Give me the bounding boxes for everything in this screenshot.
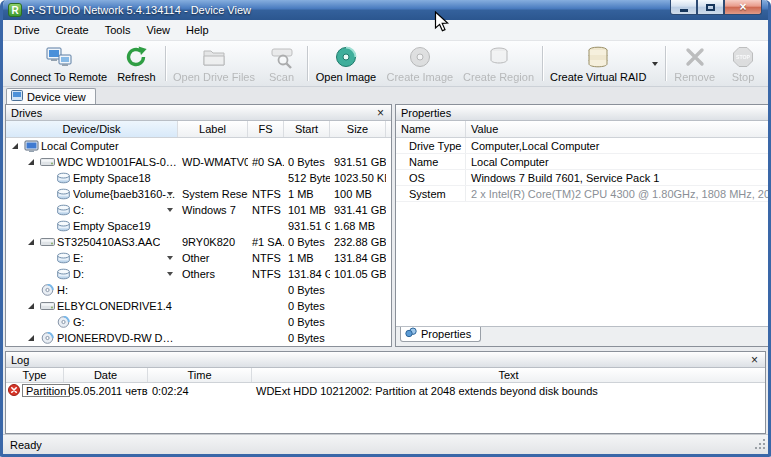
drive-row[interactable]: ELBYCLONEDRIVE1.40 Bytes <box>6 298 391 314</box>
drive-row[interactable]: G:0 Bytes <box>6 314 391 330</box>
drives-column-header-start[interactable]: Start <box>284 121 330 137</box>
property-row[interactable]: Drive TypeComputer,Local Computer <box>396 138 771 154</box>
tab-properties[interactable]: Properties <box>400 327 481 342</box>
property-row[interactable]: System2 x Intel(R) Core(TM)2 CPU 4300 @ … <box>396 186 771 202</box>
tab-device-view[interactable]: Device view <box>6 88 96 104</box>
toolbar-button-label: Remove <box>674 71 715 83</box>
drive-row[interactable]: WDC WD1001FALS-00J...WD-WMATV0...#0 SA..… <box>6 154 391 170</box>
menu-help[interactable]: Help <box>178 21 217 39</box>
device-cell: Local Computer <box>6 138 178 154</box>
drive-row[interactable]: PIONEERDVD-RW DVR-...0 Bytes <box>6 330 391 346</box>
properties-column-header-name[interactable]: Name <box>396 121 466 137</box>
fs-cell: NTFS <box>248 202 284 218</box>
property-name: Drive Type <box>396 138 466 153</box>
drive-row[interactable]: ST3250410AS3.AAC9RY0K820#1 SA...0 Bytes2… <box>6 234 391 250</box>
drive-row[interactable]: Empty Space18512 Bytes1023.50 KB <box>6 170 391 186</box>
log-column-header-time[interactable]: Time <box>148 368 252 382</box>
toolbar-create-virtual-raid-button[interactable]: Create Virtual RAID <box>546 42 651 85</box>
cd-icon <box>56 316 73 328</box>
device-name: D: <box>73 268 84 280</box>
drive-row[interactable]: Empty Space19931.51 GB1.68 MB <box>6 218 391 234</box>
label-cell <box>178 170 248 186</box>
menu-view[interactable]: View <box>138 21 178 39</box>
property-row[interactable]: OSWindows 7 Build 7601, Service Pack 1 <box>396 170 771 186</box>
titlebar[interactable]: R R-STUDIO Network 5.4.134114 - Device V… <box>3 0 768 20</box>
start-cell: 0 Bytes <box>284 234 330 250</box>
drive-row[interactable]: H:0 Bytes <box>6 282 391 298</box>
mount-dropdown-icon[interactable] <box>167 272 173 276</box>
expand-arrow-icon[interactable] <box>28 239 40 245</box>
tabstrip: Device view <box>3 87 768 104</box>
start-cell: 0 Bytes <box>284 298 330 314</box>
mount-dropdown-icon[interactable] <box>167 256 173 260</box>
open-image-icon <box>334 45 358 69</box>
property-row[interactable]: NameLocal Computer <box>396 154 771 170</box>
expand-arrow-icon[interactable] <box>12 143 24 149</box>
device-name: Local Computer <box>41 140 119 152</box>
create-region-icon <box>487 45 511 69</box>
minimize-button[interactable] <box>670 0 697 15</box>
menubar: DriveCreateToolsViewHelp <box>3 20 768 41</box>
log-panel: Log × TypeDateTimeText Partition05.05.20… <box>5 351 766 434</box>
device-name: PIONEERDVD-RW DVR-... <box>57 332 178 344</box>
log-column-header-date[interactable]: Date <box>64 368 148 382</box>
device-name: ST3250410AS3.AAC <box>57 236 160 248</box>
properties-column-header-value[interactable]: Value <box>466 121 771 137</box>
device-name: Volume{baeb3160-... <box>73 188 175 200</box>
drives-column-header-fs[interactable]: FS <box>248 121 284 137</box>
toolbar-button-label: Create Region <box>463 71 534 83</box>
properties-tabbar: Properties <box>396 326 771 346</box>
toolbar-open-drive-files-button: Open Drive Files <box>168 42 259 85</box>
toolbar-refresh-button[interactable]: Refresh <box>111 42 161 85</box>
device-name: Empty Space18 <box>73 172 151 184</box>
drive-row[interactable]: Local Computer <box>6 138 391 154</box>
mount-dropdown-icon[interactable] <box>167 208 173 212</box>
properties-panel-header: Properties × <box>396 105 771 121</box>
menu-create[interactable]: Create <box>48 21 97 39</box>
menu-drive[interactable]: Drive <box>6 21 48 39</box>
size-cell <box>330 138 386 154</box>
drives-column-header-size[interactable]: Size <box>330 121 386 137</box>
refresh-icon <box>124 45 148 69</box>
fs-cell <box>248 298 284 314</box>
log-row[interactable]: Partition05.05.2011 четв...0:02:24WDExt … <box>6 383 765 398</box>
maximize-button[interactable] <box>697 0 724 15</box>
drive-row[interactable]: E:OtherNTFS1 MB131.84 GB <box>6 250 391 266</box>
size-cell: 131.84 GB <box>330 250 386 266</box>
close-button[interactable]: × <box>724 0 762 15</box>
partition-icon <box>56 268 73 280</box>
expand-arrow-icon[interactable] <box>28 335 40 341</box>
toolbar-connect-to-remote-button[interactable]: Connect To Remote <box>6 42 111 85</box>
partition-icon <box>56 220 73 232</box>
drives-close-icon[interactable]: × <box>375 107 386 119</box>
drives-column-header-label[interactable]: Label <box>178 121 248 137</box>
toolbar-open-image-button[interactable]: Open Image <box>310 42 381 85</box>
mount-dropdown-icon[interactable] <box>167 192 173 196</box>
drives-column-header-device-disk[interactable]: Device/Disk <box>6 121 178 137</box>
hdd-icon <box>40 236 57 248</box>
size-cell <box>330 282 386 298</box>
fs-cell: NTFS <box>248 250 284 266</box>
device-name: H: <box>57 284 68 296</box>
label-cell: Windows 7 <box>178 202 248 218</box>
log-column-header-type[interactable]: Type <box>6 368 64 382</box>
toolbar-button-label: Open Image <box>316 71 377 83</box>
menu-tools[interactable]: Tools <box>97 21 139 39</box>
resize-grip[interactable] <box>754 438 767 453</box>
device-cell: Empty Space18 <box>6 170 178 186</box>
expand-arrow-icon[interactable] <box>28 303 40 309</box>
drive-row[interactable]: C:Windows 7NTFS101 MB931.41 GB <box>6 202 391 218</box>
error-icon <box>8 384 20 398</box>
label-cell <box>178 138 248 154</box>
size-cell <box>330 330 386 346</box>
device-cell: G: <box>6 314 178 330</box>
toolbar-button-label: Stop <box>732 71 755 83</box>
log-column-header-text[interactable]: Text <box>252 368 765 382</box>
expand-arrow-icon[interactable] <box>28 159 40 165</box>
start-cell: 101 MB <box>284 202 330 218</box>
drive-row[interactable]: D:OthersNTFS131.84 GB101.05 GB <box>6 266 391 282</box>
drive-row[interactable]: Volume{baeb3160-...System Reser...NTFS1 … <box>6 186 391 202</box>
toolbar-create-virtual-raid-dropdown[interactable] <box>651 42 662 85</box>
cd-icon <box>40 332 57 344</box>
log-close-icon[interactable]: × <box>749 354 760 366</box>
